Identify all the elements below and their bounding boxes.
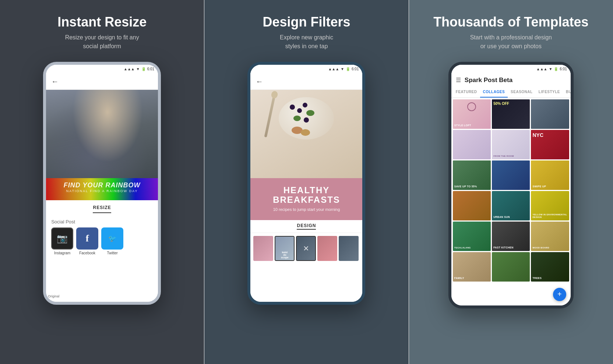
panel-3-subtitle: Start with a professional designor use y…: [470, 33, 552, 51]
phone-2-wifi: ▼: [341, 67, 344, 71]
template-nyc-label: NYC: [532, 132, 567, 138]
phone-2-frame: ▲▲▲ ▼ 🔋 6:01 ←: [247, 62, 365, 305]
phone-1-wifi-icon: ▼: [136, 67, 140, 71]
panel-resize: Instant Resize Resize your design to fit…: [0, 0, 204, 364]
phone-1-back-icon[interactable]: ←: [51, 77, 59, 86]
twitter-icon: 🐦: [108, 234, 116, 243]
template-from-room[interactable]: FROM THE ROOM: [492, 130, 530, 159]
template-tabs-row: FEATURED COLLAGES SEASONAL LIFESTYLE BUS…: [451, 87, 571, 98]
template-save[interactable]: SAVE UP TO 55%: [453, 160, 491, 190]
template-kitchen-label: FAST KITCHEN: [493, 246, 528, 249]
template-trees-label: TREES: [532, 277, 567, 280]
phone-2-time: 6:01: [352, 67, 359, 71]
instagram-label: Instagram: [54, 251, 70, 255]
hamburger-menu-icon[interactable]: ☰: [456, 77, 461, 84]
phone-2-nav-bar: ←: [250, 74, 362, 90]
instagram-item[interactable]: 📷 Instagram: [51, 227, 73, 255]
twitter-label: Twitter: [107, 251, 117, 255]
phone-3-status-bar: ▲▲▲ ▼ 🔋 6:01: [451, 65, 571, 74]
template-save-label: SAVE UP TO 55%: [454, 185, 489, 188]
resize-tab[interactable]: RESIZE: [93, 205, 111, 213]
template-sale-label: 50% OFF: [493, 102, 528, 106]
kiwi-slice-2: [293, 116, 301, 121]
tab-featured[interactable]: FEATURED: [453, 87, 480, 98]
phone-1-overlay-title: FIND YOUR RAINBOW: [64, 181, 141, 189]
template-style-loft-label: STYLE LOFT: [454, 124, 489, 127]
phone-2-back-icon[interactable]: ←: [256, 77, 263, 86]
template-room-label: FROM THE ROOM: [493, 155, 528, 158]
template-blue-person[interactable]: [492, 160, 530, 190]
panel-3-title: Thousands of Templates: [433, 15, 588, 29]
template-sale[interactable]: 50% OFF: [492, 99, 530, 129]
template-teg-label: TEGALALANG: [454, 247, 489, 249]
phone-1-overlay-sub: NATIONAL FIND A RAINBOW DAY: [64, 189, 141, 193]
filter-5[interactable]: [339, 236, 359, 261]
template-urban-sun[interactable]: URBAN SUN: [492, 191, 530, 220]
healthy-sub: 10 recipes to jump start your morning: [258, 207, 355, 212]
template-nyc[interactable]: NYC: [531, 130, 569, 159]
resize-section: RESIZE Social Post 📷 Instagram f Fac: [46, 200, 158, 259]
fig-slice-2: [301, 129, 310, 136]
kiwi-slice: [306, 110, 314, 116]
phone-1-frame: ▲▲▲ ▼ 🔋 6:01 ← FIND YOUR RAINBOW NATIONA…: [43, 62, 161, 305]
panel-2-subtitle: Explore new graphicstyles in one tap: [280, 33, 333, 51]
template-trees[interactable]: TREES: [531, 252, 569, 282]
template-fast-kitchen[interactable]: FAST KITCHEN: [492, 222, 530, 251]
phone-1-battery-icon: 🔋: [141, 67, 146, 71]
blueberry-1: [290, 105, 295, 110]
design-filters-row: kaleidoscope ✕: [250, 233, 362, 264]
design-tab[interactable]: DESIGN: [297, 223, 316, 230]
filter-4[interactable]: [317, 236, 337, 261]
spark-app-header: ☰ Spark Post Beta: [451, 74, 571, 87]
phone-2-status-bar: ▲▲▲ ▼ 🔋 6:01: [250, 65, 362, 74]
fab-add-button[interactable]: +: [553, 288, 566, 301]
instagram-icon: 📷: [57, 233, 68, 244]
fab-plus-icon: +: [557, 290, 562, 298]
template-family[interactable]: FAMILY: [453, 252, 491, 282]
tab-collages[interactable]: COLLAGES: [480, 87, 508, 98]
phone-1-hero-image: FIND YOUR RAINBOW NATIONAL FIND A RAINBO…: [46, 90, 158, 200]
social-post-label: Social Post: [51, 219, 153, 225]
filter-3-active[interactable]: ✕: [296, 236, 316, 261]
panel-2-title: Design Filters: [263, 15, 350, 29]
template-urban-label: URBAN SUN: [493, 216, 528, 219]
phone-2-content-area: HEALTHYBREAKFASTS 10 recipes to jump sta…: [250, 178, 362, 220]
panel-templates: Thousands of Templates Start with a prof…: [409, 0, 613, 364]
tab-seasonal[interactable]: SEASONAL: [508, 87, 536, 98]
phone-1-status-bar: ▲▲▲ ▼ 🔋 6:01: [46, 65, 158, 74]
woman-background: FIND YOUR RAINBOW NATIONAL FIND A RAINBO…: [46, 90, 158, 200]
template-minimal-style[interactable]: [453, 130, 491, 159]
template-swipe[interactable]: SWIPE UP: [531, 160, 569, 190]
phone-1-overlay-text: FIND YOUR RAINBOW NATIONAL FIND A RAINBO…: [64, 181, 141, 193]
template-palm[interactable]: [492, 252, 530, 282]
tab-business[interactable]: BUS...: [563, 87, 571, 98]
phone-2-battery: 🔋: [346, 67, 350, 71]
template-yellow-label: YELLOW IN ENVIRONMENTAL DESIGN: [532, 213, 567, 219]
panel-1-title: Instant Resize: [57, 15, 147, 29]
phone-3-battery: 🔋: [554, 67, 558, 71]
filter-2-label: kaleidoscope: [275, 251, 294, 259]
healthy-title: HEALTHYBREAKFASTS: [258, 185, 355, 205]
template-arch[interactable]: [453, 191, 491, 220]
template-mood-board[interactable]: MOOD BOARD: [531, 222, 569, 251]
template-yellow-design[interactable]: YELLOW IN ENVIRONMENTAL DESIGN: [531, 191, 569, 220]
facebook-icon: f: [86, 233, 89, 244]
template-swipe-label: SWIPE UP: [532, 185, 567, 188]
phone-2-signal: ▲▲▲: [328, 67, 339, 71]
template-tegalalang[interactable]: TEGALALANG: [453, 222, 491, 251]
twitter-item[interactable]: 🐦 Twitter: [101, 227, 123, 255]
template-city[interactable]: [531, 99, 569, 129]
phone-1-nav-bar: ←: [46, 74, 158, 90]
facebook-item[interactable]: f Facebook: [76, 227, 98, 255]
blueberry-3: [303, 103, 307, 107]
facebook-icon-box: f: [76, 227, 98, 250]
filter-1[interactable]: [253, 236, 273, 261]
blueberry-2: [297, 108, 302, 113]
template-family-label: FAMILY: [454, 277, 489, 280]
tab-lifestyle[interactable]: LIFESTYLE: [536, 87, 563, 98]
template-style-loft[interactable]: STYLE LOFT: [453, 99, 491, 129]
design-tab-bar: DESIGN: [250, 220, 362, 233]
template-mood-label: MOOD BOARD: [532, 247, 567, 249]
phone-3-frame: ▲▲▲ ▼ 🔋 6:01 ☰ Spark Post Beta FEATURED …: [448, 62, 574, 308]
filter-2[interactable]: kaleidoscope: [275, 236, 295, 261]
